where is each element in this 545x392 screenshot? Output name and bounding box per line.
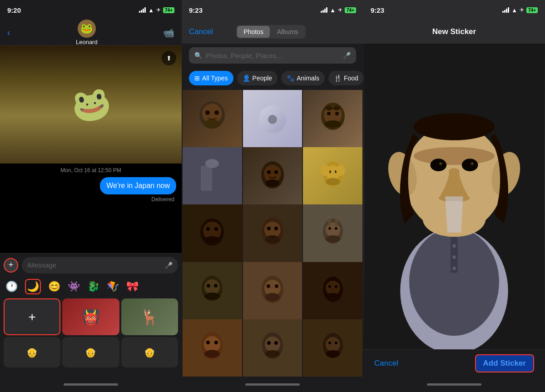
status-bar-3: 9:23 ▲ ✈ 74+ <box>363 0 545 20</box>
cancel-sticker-button[interactable]: Cancel <box>374 359 398 368</box>
sticker-bottom-nav: Cancel Add Sticker <box>363 349 545 377</box>
svg-point-91 <box>452 255 456 259</box>
photo-cell-14[interactable] <box>243 319 302 377</box>
svg-point-14 <box>205 159 219 168</box>
status-icons-1: ▲ ✈ 74+ <box>139 7 174 14</box>
tab-clock[interactable]: 🕐 <box>5 281 18 293</box>
svg-point-24 <box>321 165 330 176</box>
tab-craft[interactable]: 🪁 <box>107 281 119 293</box>
tab-albums[interactable]: Albums <box>271 26 305 38</box>
sticker-cell-bottom-3: 👴 <box>121 337 178 367</box>
home-indicator-3 <box>427 383 481 386</box>
svg-point-2 <box>205 110 210 115</box>
sticker-nav: New Sticker <box>363 20 545 44</box>
svg-point-90 <box>452 244 456 248</box>
tab-emoji[interactable]: 😊 <box>48 281 60 293</box>
photo-cell-10[interactable] <box>183 262 242 322</box>
svg-point-3 <box>214 110 219 115</box>
tab-goblin[interactable]: 👾 <box>68 281 80 293</box>
location-icon-3: ✈ <box>520 7 524 13</box>
photo-cell-11[interactable] <box>243 262 302 322</box>
add-sticker-button[interactable]: Add Sticker <box>475 354 534 372</box>
cancel-button[interactable]: Cancel <box>189 27 213 36</box>
food-icon: 🍴 <box>334 74 342 82</box>
home-indicator-1 <box>64 383 118 386</box>
photo-cell-5[interactable] <box>243 147 302 207</box>
filter-food[interactable]: 🍴 Food <box>328 71 363 85</box>
all-types-icon: ⊞ <box>194 74 200 82</box>
filter-animals[interactable]: 🐾 Animals <box>281 71 325 85</box>
svg-point-4 <box>204 119 220 129</box>
video-call-button[interactable]: 📹 <box>163 27 174 38</box>
home-indicator-2 <box>245 383 300 386</box>
svg-point-7 <box>327 112 331 115</box>
message-bubble-container: We're in Japan now <box>0 177 182 194</box>
wifi-icon-3: ▲ <box>511 7 517 14</box>
filter-all-types[interactable]: ⊞ All Types <box>189 71 233 85</box>
svg-point-56 <box>328 285 331 288</box>
svg-point-73 <box>326 350 340 357</box>
messages-panel: 9:20 ▲ ✈ 74+ ‹ 🐸 Leonard 📹 🐸 ⬆ <box>0 0 182 392</box>
location-icon-2: ✈ <box>338 7 342 13</box>
photo-cell-9[interactable] <box>303 204 362 264</box>
svg-point-52 <box>275 284 278 288</box>
svg-point-71 <box>328 342 331 344</box>
photo-cell-1[interactable] <box>183 90 242 149</box>
input-placeholder: iMessage <box>27 261 56 269</box>
status-time-2: 9:23 <box>189 6 203 14</box>
wifi-icon-1: ▲ <box>148 7 154 14</box>
message-area: 🐸 ⬆ Mon, Oct 16 at 12:50 PM We're in Jap… <box>0 45 182 253</box>
photo-cell-7[interactable] <box>183 204 242 264</box>
photo-cell-15[interactable] <box>303 319 362 377</box>
contact-info[interactable]: 🐸 Leonard <box>76 20 98 45</box>
sticker-cell-2[interactable]: 🦌 <box>121 298 178 335</box>
photo-cell-13[interactable] <box>183 319 242 377</box>
message-input[interactable]: iMessage 🎤 <box>22 257 178 273</box>
tab-dragon[interactable]: 🐉 <box>87 281 99 293</box>
signal-icon-2 <box>321 7 327 13</box>
photo-cell-8[interactable] <box>243 204 302 264</box>
photo-cell-4[interactable] <box>183 147 242 207</box>
svg-point-45 <box>204 279 220 295</box>
food-label: Food <box>344 74 358 82</box>
tab-photos[interactable]: Photos <box>237 26 270 38</box>
mic-icon[interactable]: 🎤 <box>165 262 173 269</box>
home-bar-3 <box>363 377 545 392</box>
search-bar[interactable]: 🔍 Photos, People, Places... 🎤 <box>189 47 356 64</box>
add-attachment-button[interactable]: + <box>4 258 18 273</box>
svg-point-47 <box>214 284 218 288</box>
sticker-cell-1[interactable]: 👹 <box>62 298 119 335</box>
photo-cell-2[interactable] <box>243 90 302 149</box>
goblin-illustration <box>363 44 545 349</box>
battery-icon-2: 74+ <box>345 7 356 13</box>
share-button[interactable]: ⬆ <box>162 51 176 65</box>
svg-point-84 <box>462 159 478 171</box>
add-sticker-cell[interactable]: + <box>4 298 60 335</box>
animals-label: Animals <box>297 74 319 82</box>
svg-point-35 <box>274 227 278 230</box>
svg-point-43 <box>326 235 340 243</box>
status-icons-2: ▲ ✈ 74+ <box>321 7 356 14</box>
svg-point-36 <box>265 235 280 243</box>
svg-point-34 <box>267 227 271 230</box>
photo-cell-6[interactable] <box>303 147 362 207</box>
svg-point-85 <box>439 162 442 165</box>
status-time-3: 9:23 <box>371 6 384 14</box>
svg-point-63 <box>204 350 220 358</box>
date-label: Mon, Oct 16 at 12:50 PM <box>0 164 182 177</box>
status-bar-1: 9:20 ▲ ✈ 74+ <box>0 0 182 20</box>
tab-sticker-active[interactable]: 🌙 <box>25 279 41 294</box>
frog-image: 🐸 <box>68 83 114 126</box>
photo-cell-12[interactable] <box>303 262 362 322</box>
image-preview: 🐸 ⬆ <box>0 45 182 164</box>
svg-point-92 <box>452 267 456 270</box>
search-icon: 🔍 <box>194 52 202 59</box>
svg-point-81 <box>414 113 495 140</box>
filter-people[interactable]: 👤 People <box>237 71 278 85</box>
delivered-label: Delivered <box>0 196 182 203</box>
svg-point-31 <box>204 236 220 243</box>
tab-bow[interactable]: 🎀 <box>126 281 139 293</box>
mic-icon-photos[interactable]: 🎤 <box>343 52 351 59</box>
photo-cell-3[interactable] <box>303 90 362 149</box>
back-button-1[interactable]: ‹ <box>7 27 10 38</box>
